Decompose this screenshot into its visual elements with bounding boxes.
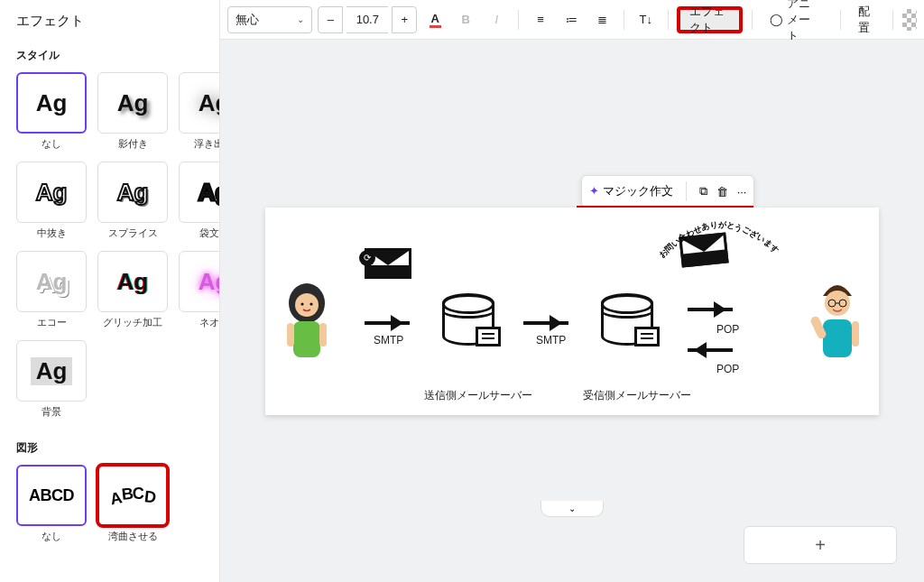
arrow-smtp-1[interactable] bbox=[365, 316, 410, 330]
smtp-label-2: SMTP bbox=[536, 334, 566, 346]
animate-button[interactable]: ◯アニメート bbox=[761, 6, 830, 33]
svg-text:お問い合わせありがとうございます: お問い合わせありがとうございます bbox=[657, 219, 780, 258]
man-avatar[interactable] bbox=[810, 280, 864, 361]
font-size-input[interactable]: 10.7 bbox=[346, 6, 388, 33]
style-section-label: スタイル bbox=[16, 48, 203, 63]
style-grid: Ag なし Ag 影付き Ag 浮き出し Ag 中抜き Ag スプライス Ag … bbox=[16, 72, 203, 419]
send-server-label: 送信側メールサーバー bbox=[424, 388, 532, 403]
style-hollow[interactable]: Ag 中抜き bbox=[16, 162, 87, 240]
pop-label-2: POP bbox=[716, 363, 739, 375]
position-button[interactable]: 配置 bbox=[849, 6, 883, 33]
effects-button[interactable]: エフェクト bbox=[677, 6, 742, 33]
send-db-icon[interactable] bbox=[442, 293, 494, 346]
svg-rect-5 bbox=[287, 323, 294, 346]
shape-grid: ABCD なし ABCD 湾曲させる bbox=[16, 465, 203, 543]
bold-button[interactable]: B bbox=[453, 6, 478, 33]
line-spacing-icon: ≣ bbox=[595, 13, 609, 26]
svg-rect-6 bbox=[319, 323, 327, 346]
main-area: 無心⌄ – 10.7 + A B I ≡ ≔ ≣ T↓ エフェクト ◯アニメート… bbox=[220, 0, 924, 582]
design-page[interactable]: ⟳ SMTP 送信側メールサーバー SMTP 受信側メールサーバー POP PO… bbox=[265, 208, 879, 415]
arrow-pop-left[interactable] bbox=[688, 343, 733, 357]
style-shadow[interactable]: Ag 影付き bbox=[97, 72, 168, 151]
transparency-button[interactable] bbox=[902, 9, 917, 31]
pop-label-1: POP bbox=[716, 323, 739, 336]
arrow-smtp-2[interactable] bbox=[523, 316, 568, 330]
style-splice[interactable]: Ag スプライス bbox=[97, 162, 168, 240]
shape-curve[interactable]: ABCD 湾曲させる bbox=[97, 465, 168, 543]
svg-rect-4 bbox=[293, 321, 320, 357]
font-color-button[interactable]: A bbox=[422, 6, 448, 33]
woman-avatar[interactable] bbox=[280, 280, 334, 361]
magic-write-button[interactable]: ✦ マジック作文 bbox=[589, 183, 673, 199]
align-icon: ≡ bbox=[533, 13, 548, 26]
sparkle-icon: ✦ bbox=[589, 184, 599, 198]
style-none[interactable]: Ag なし bbox=[16, 72, 87, 151]
shape-section-label: 図形 bbox=[16, 440, 203, 456]
context-toolbar: ✦ マジック作文 ⧉ 🗑 ··· bbox=[581, 175, 754, 208]
style-echo[interactable]: Ag エコー bbox=[16, 251, 87, 329]
delete-button[interactable]: 🗑 bbox=[716, 185, 728, 199]
svg-rect-12 bbox=[823, 319, 852, 357]
font-family-select[interactable]: 無心⌄ bbox=[227, 6, 312, 33]
align-button[interactable]: ≡ bbox=[528, 6, 553, 33]
spacing-list-button[interactable]: ≣ bbox=[589, 6, 614, 33]
svg-point-1 bbox=[295, 293, 319, 317]
page-collapse-button[interactable]: ⌄ bbox=[541, 501, 604, 517]
svg-rect-14 bbox=[852, 321, 859, 346]
letter-spacing-icon: T↓ bbox=[639, 13, 653, 26]
font-size-group: – 10.7 + bbox=[318, 6, 417, 33]
svg-point-2 bbox=[300, 302, 303, 305]
font-dec-button[interactable]: – bbox=[318, 6, 343, 33]
more-button[interactable]: ··· bbox=[737, 185, 747, 199]
list-icon: ≔ bbox=[564, 13, 578, 26]
letter-spacing-button[interactable]: T↓ bbox=[633, 6, 659, 33]
add-page-button[interactable]: + bbox=[744, 526, 897, 564]
curved-text[interactable]: お問い合わせありがとうございます bbox=[653, 213, 789, 267]
shape-none[interactable]: ABCD なし bbox=[16, 465, 87, 543]
recv-db-icon[interactable] bbox=[601, 293, 653, 346]
top-toolbar: 無心⌄ – 10.7 + A B I ≡ ≔ ≣ T↓ エフェクト ◯アニメート… bbox=[220, 0, 924, 40]
animate-icon: ◯ bbox=[770, 13, 783, 26]
style-lift[interactable]: Ag 浮き出し bbox=[179, 72, 220, 151]
canvas-area[interactable]: ✦ マジック作文 ⧉ 🗑 ··· お問い合わせありがとうございます bbox=[220, 40, 924, 582]
italic-button[interactable]: I bbox=[484, 6, 509, 33]
arrow-pop-right[interactable] bbox=[688, 302, 733, 317]
sidebar-title: エフェクト bbox=[16, 13, 203, 30]
recv-server-label: 受信側メールサーバー bbox=[583, 388, 691, 403]
effects-sidebar: エフェクト スタイル Ag なし Ag 影付き Ag 浮き出し Ag 中抜き A… bbox=[0, 0, 220, 582]
style-background[interactable]: Ag 背景 bbox=[16, 340, 87, 419]
copy-button[interactable]: ⧉ bbox=[699, 184, 707, 199]
style-glitch[interactable]: Ag グリッチ加工 bbox=[97, 251, 168, 329]
style-outline[interactable]: Ag 袋文字 bbox=[179, 162, 220, 240]
outgoing-mail-icon[interactable]: ⟳ bbox=[365, 248, 411, 279]
style-neon[interactable]: Ag ネオン bbox=[179, 251, 220, 329]
sync-icon: ⟳ bbox=[359, 250, 375, 266]
list-button[interactable]: ≔ bbox=[559, 6, 584, 33]
font-inc-button[interactable]: + bbox=[392, 6, 417, 33]
smtp-label-1: SMTP bbox=[374, 334, 403, 346]
chevron-down-icon: ⌄ bbox=[297, 14, 304, 24]
svg-point-3 bbox=[310, 302, 312, 305]
